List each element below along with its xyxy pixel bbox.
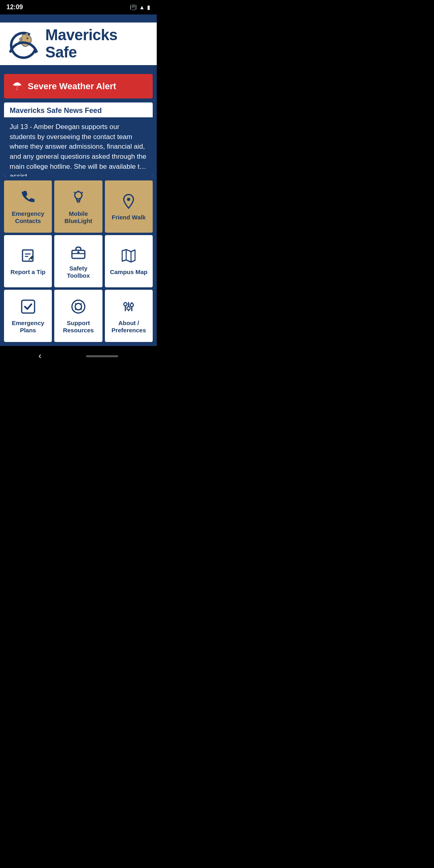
svg-point-31 — [124, 303, 127, 306]
status-icons: 📳 ▲ ▮ — [130, 4, 150, 10]
toolbox-icon — [70, 243, 87, 261]
report-tip-label: Report a Tip — [10, 268, 45, 276]
campus-map-label: Campus Map — [110, 268, 147, 276]
bottom-nav: ‹ — [0, 346, 157, 366]
mobile-bluelight-tile[interactable]: MobileBlueLight — [54, 180, 102, 233]
svg-line-16 — [29, 258, 30, 260]
main-grid: EmergencyContacts MobileBlueLight — [4, 180, 153, 342]
about-preferences-tile[interactable]: About /Preferences — [105, 290, 153, 342]
svg-line-11 — [82, 192, 83, 193]
svg-point-1 — [27, 37, 29, 39]
header-logo-area: Mavericks Safe — [0, 23, 157, 65]
mobile-bluelight-label: MobileBlueLight — [64, 210, 92, 225]
svg-point-24 — [72, 300, 85, 313]
emergency-contacts-label: EmergencyContacts — [12, 210, 44, 225]
sliders-icon — [120, 298, 137, 315]
phone-icon — [19, 188, 37, 206]
emergency-contacts-tile[interactable]: EmergencyContacts — [4, 180, 52, 233]
home-indicator[interactable] — [86, 355, 118, 357]
wifi-icon: ▲ — [139, 4, 145, 10]
svg-point-35 — [130, 303, 133, 307]
news-feed-content: Jul 13 - Amber Deegan supports our stude… — [4, 117, 153, 176]
mascot-logo — [8, 28, 39, 60]
about-preferences-label: About /Preferences — [111, 319, 146, 334]
safety-toolbox-label: SafetyToolbox — [67, 265, 90, 279]
report-tip-tile[interactable]: Report a Tip — [4, 235, 52, 287]
emergency-plans-label: EmergencyPlans — [12, 319, 44, 334]
news-feed-title: Mavericks Safe News Feed — [4, 102, 153, 117]
app-header-stripe — [0, 14, 157, 23]
campus-map-tile[interactable]: Campus Map — [105, 235, 153, 287]
pin-icon — [120, 192, 137, 210]
svg-point-12 — [127, 198, 130, 201]
weather-alert-icon: ☂ — [12, 80, 22, 93]
support-resources-label: SupportResources — [63, 319, 94, 334]
battery-icon: ▮ — [147, 4, 150, 10]
alert-banner[interactable]: ☂ Severe Weather Alert — [4, 74, 153, 98]
news-feed-container[interactable]: Mavericks Safe News Feed Jul 13 - Amber … — [4, 102, 153, 176]
status-bar: 12:09 📳 ▲ ▮ — [0, 0, 157, 14]
back-button[interactable]: ‹ — [39, 351, 41, 361]
svg-point-33 — [127, 307, 130, 310]
svg-line-10 — [74, 192, 75, 193]
emergency-plans-tile[interactable]: EmergencyPlans — [4, 290, 52, 342]
svg-rect-23 — [22, 300, 35, 313]
alert-text: Severe Weather Alert — [28, 81, 116, 92]
main-content: ☂ Severe Weather Alert Mavericks Safe Ne… — [0, 70, 157, 346]
vibrate-icon: 📳 — [130, 4, 137, 10]
edit-icon — [19, 247, 37, 264]
nav-bar-stripe — [0, 65, 157, 70]
svg-point-2 — [27, 38, 28, 39]
lifebuoy-icon — [70, 298, 87, 315]
status-time: 12:09 — [6, 4, 23, 11]
svg-point-5 — [75, 192, 82, 199]
safety-toolbox-tile[interactable]: SafetyToolbox — [54, 235, 102, 287]
friend-walk-tile[interactable]: Friend Walk — [105, 180, 153, 233]
friend-walk-label: Friend Walk — [112, 214, 145, 221]
bulb-icon — [70, 188, 87, 206]
checklist-icon — [19, 298, 37, 315]
app-title: Mavericks Safe — [45, 27, 149, 61]
map-icon — [120, 247, 137, 264]
support-resources-tile[interactable]: SupportResources — [54, 290, 102, 342]
